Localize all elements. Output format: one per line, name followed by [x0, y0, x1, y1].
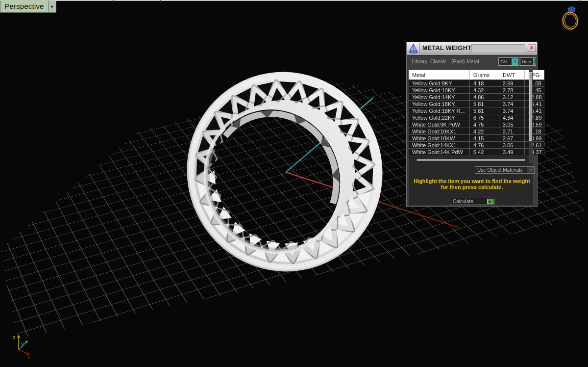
panel-logo-icon [407, 43, 420, 54]
table-cell: 10.99 [525, 135, 544, 142]
table-cell: Yellow Gold:10KY [409, 87, 470, 94]
column-header-spg[interactable]: SPG [525, 70, 544, 80]
gv-button-label: GV [499, 59, 509, 64]
materials-dropdown-value: Use Object Materials [475, 167, 527, 173]
table-cell: 4.22 [470, 128, 499, 135]
close-button[interactable]: ✕ [528, 44, 536, 52]
dropdown-indicator-icon[interactable]: ○ [527, 167, 534, 173]
table-cell: White Gold:14K PdW [409, 149, 470, 156]
user-button[interactable]: User I [520, 57, 536, 66]
viewport-split-tick [113, 0, 114, 2]
table-cell: Yellow Gold:18KY R... [409, 107, 470, 114]
table-cell: 4.34 [499, 114, 525, 121]
table-cell: Yellow Gold:18KY [409, 101, 470, 107]
viewport-title-tab[interactable]: Perspective ▼ [0, 1, 56, 13]
table-row[interactable]: Yellow Gold:10KY4.322.7811.45 [409, 87, 544, 94]
table-row[interactable]: Yellow Gold:9KY4.182.6911.08 [409, 80, 544, 87]
gnomon-y-label: y [21, 341, 24, 346]
table-cell: 11.45 [525, 87, 544, 94]
table-cell: 4.32 [470, 87, 499, 94]
horizontal-scrollbar[interactable] [416, 159, 525, 161]
table-cell: 2.78 [499, 87, 525, 94]
gv-button[interactable]: GV I [498, 57, 519, 66]
viewport-menu-dropdown[interactable]: ▼ [48, 1, 56, 12]
table-cell: 5.42 [470, 149, 499, 156]
vertical-scrollbar-thumb[interactable] [529, 72, 532, 141]
table-cell: 15.41 [525, 107, 544, 114]
table-cell: 11.08 [525, 80, 544, 87]
viewport-split-tick [160, 0, 161, 2]
gv-toggle-icon[interactable]: I [512, 58, 518, 65]
table-cell: 3.06 [499, 142, 525, 149]
table-row[interactable]: White Gold:14KX14.763.0612.61 [409, 142, 544, 149]
table-row[interactable]: White Gold:10KW4.152.6710.99 [409, 135, 544, 142]
vertical-scrollbar[interactable] [529, 70, 533, 163]
titlebar-recess [471, 44, 525, 52]
close-icon: ✕ [529, 45, 534, 51]
library-label: Library: Classic - (Fast)-Metal [412, 58, 479, 64]
table-cell: 4.18 [470, 80, 499, 87]
table-row[interactable]: Yellow Gold:18KY R...5.813.7415.41 [409, 107, 544, 114]
table-cell: 3.12 [499, 94, 525, 101]
table-cell: 3.05 [499, 121, 525, 128]
viewport-title-label[interactable]: Perspective [0, 1, 48, 12]
table-row[interactable]: White Gold:9K PdW4.753.0512.59 [409, 121, 544, 128]
table-cell: 15.41 [525, 101, 544, 107]
table-cell: White Gold:9K PdW [409, 121, 470, 128]
table-cell: 2.67 [499, 135, 525, 142]
axis-gnomon: z y x [13, 334, 30, 360]
user-toggle-icon[interactable]: I [533, 58, 535, 65]
metals-table: MetalGramsDWTSPG Yellow Gold:9KY4.182.69… [409, 70, 544, 155]
table-cell: White Gold:14KX1 [409, 142, 470, 149]
panel-title: METAL WEIGHTS [422, 45, 476, 52]
table-header-row[interactable]: MetalGramsDWTSPG [409, 70, 544, 80]
table-cell: 12.61 [525, 142, 544, 149]
table-cell: 17.89 [525, 114, 544, 121]
column-header-grams[interactable]: Grams [470, 70, 499, 80]
table-row[interactable]: Yellow Gold:22KY6.754.3417.89 [409, 114, 544, 121]
panel-titlebar[interactable]: METAL WEIGHTS ✕ [407, 42, 537, 55]
viewport: z y x Perspective ▼ [0, 0, 588, 367]
table-cell: 6.75 [470, 114, 499, 121]
table-cell: 14.37 [525, 149, 544, 156]
table-cell: Yellow Gold:14KY [409, 94, 470, 101]
chevron-down-icon: ▼ [50, 4, 54, 9]
viewport-split-tick [579, 0, 580, 2]
metal-weights-panel: METAL WEIGHTS ✕ Library: Classic - (Fast… [406, 42, 538, 207]
table-cell: 12.88 [525, 94, 544, 101]
viewport-border-strip [0, 0, 588, 1]
table-cell: 5.81 [470, 101, 499, 107]
gold-band-icon [561, 11, 579, 31]
table-cell: 11.18 [525, 128, 544, 135]
table-cell: 5.81 [470, 107, 499, 114]
table-cell: 2.69 [499, 80, 525, 87]
gnomon-z-label: z [13, 334, 16, 340]
table-cell: 4.86 [470, 94, 499, 101]
table-cell: 4.76 [470, 142, 499, 149]
column-header-metal[interactable]: Metal [409, 70, 470, 80]
table-row[interactable]: Yellow Gold:18KY5.813.7415.41 [409, 101, 544, 107]
table-cell: White Gold:10KX1 [409, 128, 470, 135]
gnomon-x-label: x [27, 354, 30, 360]
table-cell: White Gold:10KW [409, 135, 470, 142]
column-header-dwt[interactable]: DWT [499, 70, 525, 80]
calculate-button[interactable]: Calculate ▶ [450, 198, 494, 205]
user-button-label: User [520, 59, 533, 64]
blue-gem-icon [568, 6, 575, 12]
table-cell: 4.75 [470, 121, 499, 128]
table-row[interactable]: White Gold:10KX14.222.7111.18 [409, 128, 544, 135]
table-cell: Yellow Gold:22KY [409, 114, 470, 121]
table-cell: Yellow Gold:9KY [409, 80, 470, 87]
table-row[interactable]: Yellow Gold:14KY4.863.1212.88 [409, 94, 544, 101]
instruction-text: Highlight the item you want to find the … [407, 178, 537, 190]
table-row[interactable]: White Gold:14K PdW5.423.4914.37 [409, 149, 544, 156]
jewelry-ring-icon[interactable] [558, 3, 582, 31]
calculate-button-label: Calculate [450, 199, 487, 204]
table-cell: 3.74 [499, 107, 525, 114]
table-cell: 4.15 [470, 135, 499, 142]
calculate-go-icon: ▶ [487, 199, 493, 204]
table-cell: 3.74 [499, 101, 525, 107]
table-cell: 2.71 [499, 128, 525, 135]
materials-dropdown[interactable]: Use Object Materials ○ [475, 166, 535, 174]
table-cell: 12.59 [525, 121, 544, 128]
